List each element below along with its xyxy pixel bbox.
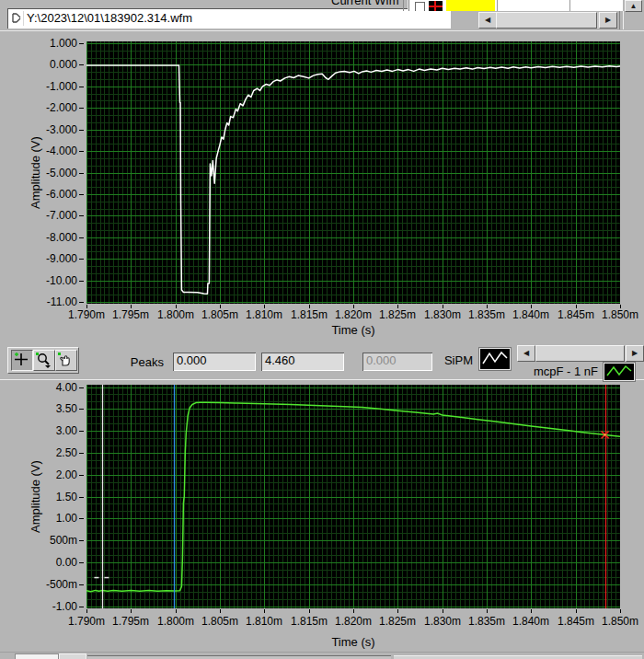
waveform-table-fragment[interactable] xyxy=(408,0,623,11)
selected-waveform-cell[interactable] xyxy=(446,0,495,11)
peak-value-1[interactable]: 0.000 xyxy=(173,353,256,371)
wfm-list-scrollbar[interactable]: ◀ ▶ xyxy=(478,12,616,29)
labview-waveform-viewer: Current Wfm Y:\2023\12\01\183902.314.wfm xyxy=(0,0,644,659)
current-wfm-label: Current Wfm xyxy=(331,0,399,7)
wfm-path-input[interactable]: Y:\2023\12\01\183902.314.wfm xyxy=(7,8,451,29)
wfm-path-text: Y:\2023\12\01\183902.314.wfm xyxy=(27,11,192,25)
top-y-axis-title: Amplitude (V) xyxy=(29,118,42,228)
bottom-x-axis-title: Time (s) xyxy=(307,635,399,649)
mcp-plot-area[interactable] xyxy=(86,385,620,608)
swatch-cross-v xyxy=(434,1,436,11)
current-wfm-label-clipped: Current Wfm xyxy=(327,0,406,7)
grid xyxy=(86,41,620,304)
grid xyxy=(86,385,620,608)
sipm-plot-area[interactable] xyxy=(86,41,620,304)
top-x-axis-title: Time (s) xyxy=(307,323,399,337)
legend-scroll-thumb[interactable] xyxy=(535,345,625,362)
clipped-button[interactable] xyxy=(59,653,86,659)
clipped-panel-edge xyxy=(394,655,642,659)
legend-scrollbar[interactable]: ◀ ▶ xyxy=(517,345,642,362)
zoom-tool-button[interactable] xyxy=(33,350,55,371)
peaks-label: Peaks xyxy=(101,355,164,369)
sipm-legend-icon[interactable] xyxy=(479,348,511,370)
scroll-thumb[interactable] xyxy=(496,12,597,29)
divider xyxy=(619,11,624,29)
mcp-legend-icon[interactable] xyxy=(604,363,635,381)
legend-scroll-left-button[interactable]: ◀ xyxy=(517,345,535,362)
waveform-checkbox[interactable] xyxy=(415,2,425,11)
clipped-scrollbar-track xyxy=(87,655,391,659)
table-cell[interactable] xyxy=(581,0,621,11)
mcp-legend-label[interactable]: mcpF - 1 nF xyxy=(515,364,598,378)
spinner-up-button[interactable]: ▲ xyxy=(625,0,642,12)
cell-divider xyxy=(497,0,498,11)
plot-style-swatch[interactable] xyxy=(429,1,443,11)
cell-divider xyxy=(569,0,570,11)
scroll-left-button[interactable]: ◀ xyxy=(478,12,497,29)
bottom-y-axis-title: Amplitude (V) xyxy=(29,442,42,552)
legend-scroll-right-button[interactable]: ▶ xyxy=(626,345,644,362)
peak-value-2[interactable]: 4.460 xyxy=(261,353,344,371)
graph-palette xyxy=(7,347,79,374)
sipm-legend-label[interactable]: SiPM xyxy=(416,353,473,367)
crosshair-tool-button[interactable] xyxy=(11,350,33,371)
scroll-right-button[interactable]: ▶ xyxy=(599,12,617,29)
pan-tool-button[interactable] xyxy=(55,350,77,371)
clipped-control xyxy=(15,653,59,659)
path-icon xyxy=(10,11,24,26)
table-cell[interactable] xyxy=(512,0,569,11)
cursor-red-marker-center xyxy=(604,434,606,435)
